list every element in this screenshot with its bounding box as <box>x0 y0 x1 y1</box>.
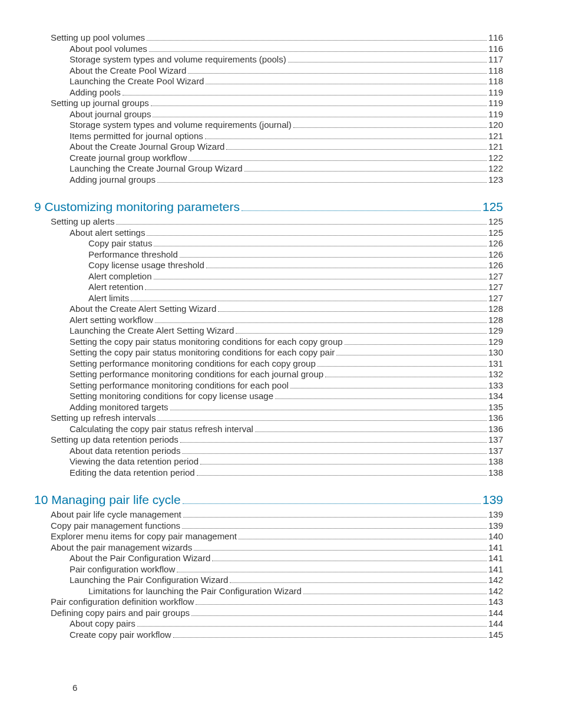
toc-entry-title: Viewing the data retention period <box>70 456 199 467</box>
toc-entry[interactable]: Launching the Create Pool Wizard118 <box>34 76 503 87</box>
toc-entry-page: 138 <box>488 456 503 467</box>
toc-entry[interactable]: Storage system types and volume requirem… <box>34 120 503 131</box>
toc-entry[interactable]: Setting performance monitoring condition… <box>34 380 503 391</box>
toc-entry[interactable]: Storage system types and volume requirem… <box>34 54 503 65</box>
toc-entry[interactable]: Viewing the data retention period138 <box>34 456 503 467</box>
toc-entry[interactable]: Alert limits127 <box>34 293 503 304</box>
toc-entry-title: Setting up journal groups <box>51 98 149 109</box>
toc-entry[interactable]: Setting up refresh intervals136 <box>34 413 503 424</box>
toc-entry[interactable]: Setting up pool volumes116 <box>34 32 503 44</box>
toc-chapter-entry[interactable]: 9 Customizing monitoring parameters125 <box>34 202 503 214</box>
toc-leader <box>230 582 487 583</box>
toc-entry-page: 131 <box>488 358 503 370</box>
toc-entry[interactable]: Launching the Create Alert Setting Wizar… <box>34 325 503 337</box>
toc-entry-page: 129 <box>488 325 503 337</box>
toc-entry[interactable]: About the pair management wizards141 <box>34 542 503 554</box>
toc-entry[interactable]: Alert retention127 <box>34 282 503 293</box>
toc-leader <box>191 615 487 616</box>
table-of-contents: Setting up pool volumes116About pool vol… <box>34 32 503 640</box>
toc-entry[interactable]: Adding journal groups123 <box>34 174 503 186</box>
toc-entry[interactable]: Alert setting workflow 128 <box>34 315 503 326</box>
toc-leader <box>188 73 487 74</box>
toc-entry[interactable]: Copy pair status126 <box>34 238 503 249</box>
toc-leader <box>131 301 487 301</box>
toc-leader <box>318 366 487 367</box>
toc-entry-title: About journal groups <box>70 109 151 120</box>
toc-leader <box>275 398 487 399</box>
toc-entry-page: 116 <box>488 44 503 55</box>
toc-chapter-entry[interactable]: 10 Managing pair life cycle139 <box>34 495 503 507</box>
page-number: 6 <box>72 683 77 693</box>
toc-entry[interactable]: Setting performance monitoring condition… <box>34 369 503 380</box>
toc-entry-title: Alert completion <box>88 271 152 282</box>
toc-entry-title: Defining copy pairs and pair groups <box>51 608 190 619</box>
toc-entry-title: Calculating the copy pair status refresh… <box>70 424 253 435</box>
toc-entry[interactable]: Setting the copy pair status monitoring … <box>34 337 503 348</box>
toc-entry-page: 141 <box>488 564 503 575</box>
toc-entry[interactable]: Explorer menu items for copy pair manage… <box>34 531 503 542</box>
toc-entry-title: Setting monitoring conditions for copy l… <box>70 391 273 402</box>
toc-entry[interactable]: Setting up journal groups119 <box>34 98 503 109</box>
toc-entry-page: 116 <box>488 32 503 44</box>
toc-leader <box>325 377 487 377</box>
toc-leader <box>290 388 487 388</box>
toc-entry[interactable]: Setting the copy pair status monitoring … <box>34 347 503 358</box>
toc-entry-page: 122 <box>488 163 503 174</box>
toc-leader <box>145 289 487 290</box>
toc-entry-title: Pair configuration workflow <box>70 564 175 575</box>
toc-entry[interactable]: Adding pools119 <box>34 87 503 98</box>
toc-leader <box>226 149 487 150</box>
toc-leader <box>151 106 487 106</box>
toc-entry[interactable]: Copy pair management functions139 <box>34 521 503 532</box>
toc-entry[interactable]: About the Pair Configuration Wizard141 <box>34 553 503 564</box>
toc-entry[interactable]: Pair configuration workflow141 <box>34 564 503 575</box>
toc-entry[interactable]: About data retention periods137 <box>34 446 503 457</box>
toc-entry-title: Explorer menu items for copy pair manage… <box>51 531 237 542</box>
toc-entry[interactable]: Setting performance monitoring condition… <box>34 358 503 370</box>
toc-entry[interactable]: Copy license usage threshold126 <box>34 260 503 271</box>
toc-entry-title: Setting performance monitoring condition… <box>70 369 323 380</box>
toc-entry-page: 143 <box>488 597 503 608</box>
toc-entry-page: 138 <box>488 467 503 479</box>
toc-entry-page: 121 <box>488 141 503 153</box>
toc-entry[interactable]: Launching the Pair Configuration Wizard1… <box>34 575 503 586</box>
toc-entry[interactable]: Limitations for launching the Pair Confi… <box>34 586 503 597</box>
toc-entry[interactable]: Create journal group workflow122 <box>34 153 503 164</box>
toc-entry[interactable]: Performance threshold126 <box>34 249 503 261</box>
toc-entry[interactable]: About journal groups119 <box>34 109 503 120</box>
toc-leader <box>194 550 487 551</box>
toc-entry[interactable]: About pool volumes116 <box>34 44 503 55</box>
toc-entry[interactable]: About copy pairs144 <box>34 618 503 630</box>
toc-entry-title: Setting up data retention periods <box>51 434 178 446</box>
toc-entry[interactable]: Setting up alerts125 <box>34 216 503 228</box>
toc-entry-title: About alert settings <box>70 228 145 239</box>
toc-entry[interactable]: Adding monitored targets135 <box>34 402 503 413</box>
toc-entry-page: 125 <box>488 216 503 228</box>
toc-entry[interactable]: Setting up data retention periods137 <box>34 434 503 446</box>
toc-entry[interactable]: Pair configuration definition workflow14… <box>34 597 503 608</box>
toc-entry-page: 137 <box>488 446 503 457</box>
toc-entry-title: Adding pools <box>70 87 121 98</box>
toc-entry[interactable]: Defining copy pairs and pair groups144 <box>34 608 503 619</box>
toc-entry-title: Adding monitored targets <box>70 402 168 413</box>
toc-leader <box>147 235 487 236</box>
toc-entry-page: 127 <box>488 271 503 282</box>
toc-entry[interactable]: About the Create Journal Group Wizard121 <box>34 141 503 153</box>
toc-entry[interactable]: About alert settings125 <box>34 228 503 239</box>
toc-entry[interactable]: About pair life cycle management139 <box>34 509 503 521</box>
toc-entry-title: Create copy pair workflow <box>70 630 171 641</box>
toc-entry[interactable]: Calculating the copy pair status refresh… <box>34 424 503 435</box>
toc-entry-title: Setting up pool volumes <box>51 32 145 44</box>
toc-entry[interactable]: About the Create Pool Wizard118 <box>34 65 503 77</box>
toc-entry[interactable]: Launching the Create Journal Group Wizar… <box>34 163 503 174</box>
toc-entry[interactable]: Items permitted for journal options121 <box>34 131 503 142</box>
toc-entry[interactable]: Editing the data retention period138 <box>34 467 503 479</box>
toc-entry-page: 142 <box>488 575 503 586</box>
toc-entry-page: 128 <box>488 315 503 326</box>
toc-entry[interactable]: Alert completion127 <box>34 271 503 282</box>
toc-entry-title: Storage system types and volume requirem… <box>70 120 292 131</box>
toc-entry[interactable]: About the Create Alert Setting Wizard128 <box>34 304 503 315</box>
toc-entry[interactable]: Setting monitoring conditions for copy l… <box>34 391 503 402</box>
toc-entry-title: Launching the Pair Configuration Wizard <box>70 575 228 586</box>
toc-entry[interactable]: Create copy pair workflow145 <box>34 630 503 641</box>
